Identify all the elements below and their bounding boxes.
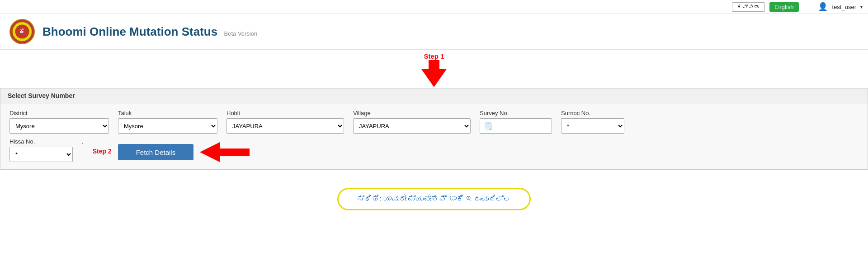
surnoc-select[interactable]: * — [561, 118, 624, 134]
form-section: Select Survey Number District Mysore Tal… — [0, 88, 868, 170]
form-row-2: Hissa No. * . Step 2 Fetch Details — [0, 138, 868, 169]
hobli-label: Hobli — [226, 110, 344, 116]
district-group: District Mysore — [9, 110, 109, 134]
form-section-title: Select Survey Number — [0, 88, 868, 103]
district-select[interactable]: Mysore — [9, 118, 109, 134]
user-icon: 👤 — [818, 2, 828, 12]
status-message: ಸ್ಥಿತಿ: ಯಾವುದೇ ಮ್ಯುಟೇಶನ್ ಬಾಕಿ ಇರುವುದಿಲ್ಲ — [357, 195, 511, 203]
survey-no-group: Survey No. 🗒️ — [480, 110, 552, 134]
hissa-group: Hissa No. * — [9, 138, 73, 162]
hissa-label: Hissa No. — [9, 138, 73, 145]
dot-group: . — [82, 138, 84, 162]
hobli-select[interactable]: JAYAPURA — [226, 118, 344, 134]
survey-no-label: Survey No. — [480, 110, 552, 116]
english-button[interactable]: English — [769, 2, 799, 12]
village-group: Village JAYAPURA — [353, 110, 471, 134]
emblem-logo: ಕ — [9, 19, 35, 45]
svg-marker-6 — [200, 142, 250, 162]
top-bar: ಕನ್ನಡ English 👤 test_user ▾ — [0, 0, 868, 14]
fetch-btn-area: Step 2 Fetch Details — [93, 142, 250, 162]
step1-label: Step 1 — [424, 52, 444, 60]
taluk-label: Taluk — [118, 110, 217, 116]
step1-indicator: Step 1 — [0, 50, 868, 88]
step2-arrow — [200, 142, 250, 162]
step2-arrow-icon — [200, 142, 250, 162]
user-name[interactable]: test_user — [832, 4, 856, 10]
taluk-select[interactable]: Mysore — [118, 118, 217, 134]
surnoc-label: Surnoc No. — [561, 110, 624, 116]
taluk-group: Taluk Mysore — [118, 110, 217, 134]
hissa-select[interactable]: * — [9, 147, 73, 162]
app-title: Bhoomi Online Mutation Status — [42, 25, 217, 38]
form-row-1: District Mysore Taluk Mysore Hobli JAYAP… — [0, 103, 868, 138]
survey-no-field[interactable]: 🗒️ — [480, 118, 552, 134]
svg-text:ಕ: ಕ — [19, 28, 25, 35]
village-label: Village — [353, 110, 471, 116]
district-label: District — [9, 110, 109, 116]
status-ellipse: ಸ್ಥಿತಿ: ಯಾವುದೇ ಮ್ಯುಟೇಶನ್ ಬಾಕಿ ಇರುವುದಿಲ್ಲ — [337, 188, 531, 210]
kannada-button[interactable]: ಕನ್ನಡ — [732, 2, 765, 12]
hobli-group: Hobli JAYAPURA — [226, 110, 344, 134]
header-title-group: Bhoomi Online Mutation Status Beta Versi… — [42, 25, 257, 39]
user-caret-icon: ▾ — [860, 5, 863, 9]
step1-arrow-icon — [421, 60, 447, 87]
village-select[interactable]: JAYAPURA — [353, 118, 471, 134]
beta-badge: Beta Version — [224, 30, 258, 37]
step2-label: Step 2 — [93, 148, 112, 155]
fetch-details-button[interactable]: Fetch Details — [118, 144, 194, 160]
status-container: ಸ್ಥಿತಿ: ಯಾವುದೇ ಮ್ಯುಟೇಶನ್ ಬಾಕಿ ಇರುವುದಿಲ್ಲ — [0, 170, 868, 224]
top-bar-content: ಕನ್ನಡ English 👤 test_user ▾ — [5, 2, 863, 12]
surnoc-group: Surnoc No. * — [561, 110, 624, 134]
header: ಕ Bhoomi Online Mutation Status Beta Ver… — [0, 14, 868, 50]
svg-marker-5 — [421, 60, 447, 87]
survey-clipboard-icon: 🗒️ — [484, 122, 493, 130]
dot-label: . — [82, 138, 84, 145]
